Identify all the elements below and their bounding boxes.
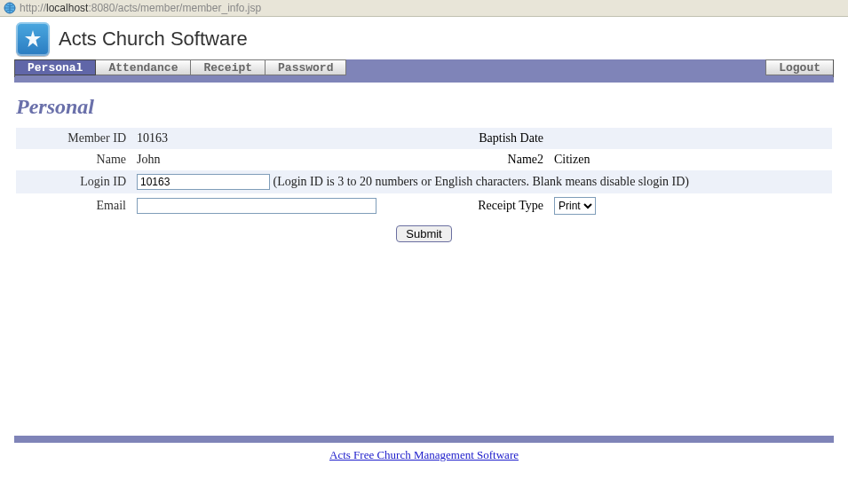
url-host: localhost bbox=[46, 2, 88, 14]
row-member-id: Member ID 10163 Baptish Date bbox=[16, 128, 832, 149]
receipt-type-label: Receipt Type bbox=[433, 193, 549, 218]
footer-link[interactable]: Acts Free Church Management Software bbox=[329, 448, 519, 461]
svg-marker-1 bbox=[25, 30, 41, 47]
name2-value: Citizen bbox=[549, 149, 832, 170]
member-id-value: 10163 bbox=[131, 128, 433, 149]
row-email: Email Receipt Type Print bbox=[16, 193, 832, 218]
email-input[interactable] bbox=[137, 198, 376, 214]
content-area: Personal Member ID 10163 Baptish Date Na… bbox=[0, 83, 848, 249]
browser-globe-icon bbox=[4, 2, 16, 14]
spacer bbox=[0, 249, 848, 436]
login-id-hint: (Login ID is 3 to 20 numbers or English … bbox=[273, 175, 690, 188]
app-title: Acts Church Software bbox=[59, 28, 248, 51]
submit-button[interactable]: Submit bbox=[396, 225, 451, 242]
member-id-label: Member ID bbox=[16, 128, 131, 149]
footer-row: Acts Free Church Management Software bbox=[0, 443, 848, 468]
app-header: Acts Church Software bbox=[0, 17, 848, 59]
url-text: http://localhost:8080/acts/member/member… bbox=[20, 2, 261, 14]
email-label: Email bbox=[16, 193, 131, 218]
tab-attendance[interactable]: Attendance bbox=[96, 59, 191, 75]
personal-form-table: Member ID 10163 Baptish Date Name John N… bbox=[16, 128, 832, 218]
url-prefix: http:// bbox=[20, 2, 46, 14]
main-nav: Personal Attendance Receipt Password Log… bbox=[14, 59, 834, 77]
tab-password[interactable]: Password bbox=[265, 59, 346, 75]
app-logo-icon bbox=[16, 22, 50, 56]
tab-logout[interactable]: Logout bbox=[765, 59, 833, 75]
row-name: Name John Name2 Citizen bbox=[16, 149, 832, 170]
name-value: John bbox=[131, 149, 433, 170]
login-id-label: Login ID bbox=[16, 170, 131, 193]
browser-address-bar: http://localhost:8080/acts/member/member… bbox=[0, 0, 848, 17]
footer-bar bbox=[14, 436, 834, 443]
url-path: :8080/acts/member/member_info.jsp bbox=[88, 2, 261, 14]
tab-personal[interactable]: Personal bbox=[15, 59, 96, 75]
login-id-input[interactable] bbox=[137, 174, 270, 190]
baptish-date-label: Baptish Date bbox=[433, 128, 549, 149]
baptish-date-value bbox=[549, 128, 832, 149]
receipt-type-select[interactable]: Print bbox=[554, 197, 596, 215]
submit-row: Submit bbox=[16, 218, 832, 242]
name-label: Name bbox=[16, 149, 131, 170]
row-login-id: Login ID (Login ID is 3 to 20 numbers or… bbox=[16, 170, 832, 193]
tab-receipt[interactable]: Receipt bbox=[191, 59, 265, 75]
section-title: Personal bbox=[16, 95, 832, 119]
name2-label: Name2 bbox=[433, 149, 549, 170]
